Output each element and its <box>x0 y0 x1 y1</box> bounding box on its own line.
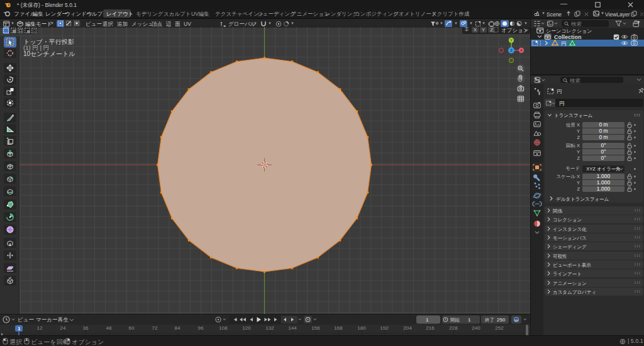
svg-text:Y: Y <box>510 38 513 42</box>
svg-text:X: X <box>474 27 477 33</box>
svg-text:X: X <box>520 48 523 52</box>
svg-text:Z: Z <box>490 27 493 33</box>
svg-text:Y: Y <box>482 27 485 33</box>
svg-text:Z: Z <box>510 48 513 52</box>
